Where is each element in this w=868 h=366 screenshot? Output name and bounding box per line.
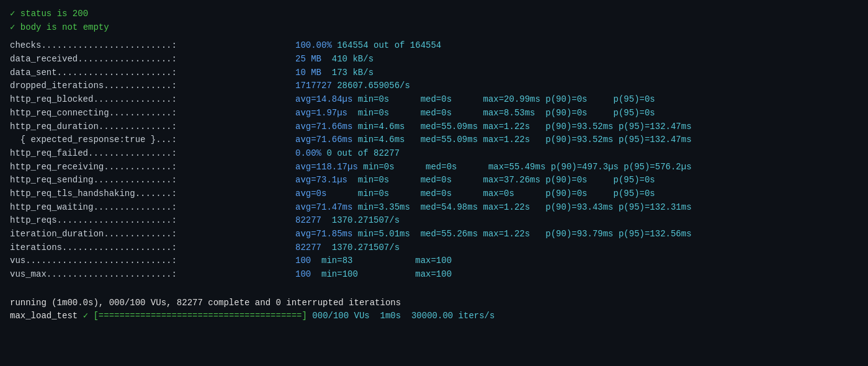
metric-http-req-duration: http_req_duration..............: avg=71.… [10, 120, 858, 134]
metric-data-received: data_received..................: 25 MB 4… [10, 53, 858, 66]
metric-http-reqs: http_reqs......................: 82277 1… [10, 214, 858, 228]
metric-http-req-tls: http_req_tls_handshaking.......: avg=0s … [10, 187, 858, 201]
metric-http-req-connecting: http_req_connecting............: avg=1.9… [10, 107, 858, 120]
running-line: running (1m00.0s), 000/100 VUs, 82277 co… [10, 297, 858, 310]
status-check-2: ✓ body is not empty [10, 21, 858, 35]
metric-iteration-duration: iteration_duration.............: avg=71.… [10, 228, 858, 241]
metric-http-req-blocked: http_req_blocked...............: avg=14.… [10, 93, 858, 107]
metric-vus-max: vus_max........................: 100 min… [10, 268, 858, 282]
progress-line: max_load_test ✓ [=======================… [10, 310, 858, 323]
metric-http-req-waiting: http_req_waiting...............: avg=71.… [10, 201, 858, 215]
metric-http-req-sending: http_req_sending...............: avg=73.… [10, 174, 858, 187]
metric-http-req-failed: http_req_failed................: 0.00% 0… [10, 147, 858, 161]
metric-http-req-duration-sub: { expected_response:true }...: avg=71.66… [10, 133, 858, 147]
metric-vus: vus............................: 100 min… [10, 254, 858, 268]
metric-iterations: iterations.....................: 82277 1… [10, 241, 858, 255]
metric-dropped-iterations: dropped_iterations.............: 1717727… [10, 79, 858, 93]
status-check-1: ✓ status is 200 [10, 7, 858, 21]
terminal-output: ✓ status is 200 ✓ body is not empty chec… [10, 7, 858, 323]
metric-http-req-receiving: http_req_receiving.............: avg=118… [10, 161, 858, 174]
metric-checks: checks.........................: 100.00%… [10, 39, 858, 53]
metric-data-sent: data_sent......................: 10 MB 1… [10, 66, 858, 80]
footer-section: running (1m00.0s), 000/100 VUs, 82277 co… [10, 297, 858, 323]
